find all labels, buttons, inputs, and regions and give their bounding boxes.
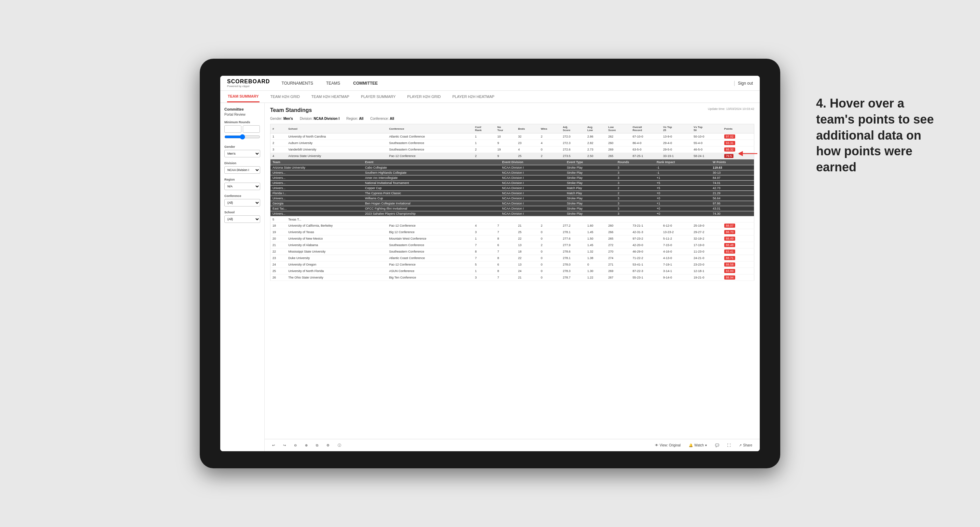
table-row: 18 University of California, Berkeley Pa… xyxy=(270,222,754,229)
undo-button[interactable]: ↩ xyxy=(270,443,277,448)
annotation-text: 4. Hover over a team's points to see add… xyxy=(816,95,946,175)
comment-button[interactable]: 💬 xyxy=(713,443,721,448)
update-time: Update time: 13/03/2024 10:03:42 xyxy=(708,107,754,111)
col-wins: Wins xyxy=(539,124,561,133)
min-rounds-from[interactable] xyxy=(224,125,242,133)
settings-button[interactable]: ⚙ xyxy=(325,443,332,448)
sidebar-panel: Committee Portal Review Minimum Rounds G… xyxy=(220,103,265,451)
sub-navbar: TEAM SUMMARY TEAM H2H GRID TEAM H2H HEAT… xyxy=(220,91,760,103)
col-school: School xyxy=(286,124,387,133)
region-select[interactable]: N/A xyxy=(224,183,260,190)
filter-division-label: Division: xyxy=(300,117,313,121)
app-logo-sub: Powered by clippd xyxy=(227,85,270,88)
filter-conference-value: All xyxy=(390,117,395,121)
popup-header-row: Team Event Event Division Event Type Rou… xyxy=(270,159,754,217)
col-no-tour: NoTour xyxy=(495,124,516,133)
school-section: School (All) xyxy=(224,211,260,223)
filter-region-value: All xyxy=(359,117,363,121)
table-row: 3 Vanderbilt University Southeastern Con… xyxy=(270,146,754,153)
view-label: View: Original xyxy=(660,443,681,447)
col-points: Points xyxy=(722,124,754,133)
col-vs-top50: Vs Top50 xyxy=(692,124,722,133)
subnav-team-summary[interactable]: TEAM SUMMARY xyxy=(227,91,259,102)
table-row: 1 University of North Carolina Atlantic … xyxy=(270,133,754,140)
gender-label: Gender xyxy=(224,145,260,148)
col-overall: OverallRecord xyxy=(630,124,661,133)
table-row: 19 University of Texas Big 12 Conference… xyxy=(270,229,754,235)
division-select[interactable]: NCAA Division I xyxy=(224,166,260,174)
zoom-out-button[interactable]: ⊖ xyxy=(292,443,299,448)
school-select[interactable]: (All) xyxy=(224,215,260,223)
filter-division-value: NCAA Division I xyxy=(313,117,339,121)
region-section: Region N/A xyxy=(224,178,260,190)
col-adj-score: Adj.Score xyxy=(561,124,585,133)
subnav-team-h2h-grid[interactable]: TEAM H2H GRID xyxy=(270,91,301,102)
table-row: 26 The Ohio State University Big Ten Con… xyxy=(270,275,754,281)
col-conference: Conference xyxy=(387,124,473,133)
annotation-container: 4. Hover over a team's points to see add… xyxy=(816,95,946,175)
redo-button[interactable]: ↪ xyxy=(281,443,288,448)
share-icon: ↗ xyxy=(739,443,742,447)
conference-label: Conference xyxy=(224,194,260,198)
nav-tournaments[interactable]: TOURNAMENTS xyxy=(280,81,315,86)
table-row: 2 Auburn University Southeastern Confere… xyxy=(270,140,754,146)
min-rounds-label: Minimum Rounds xyxy=(224,121,260,124)
fullscreen-button[interactable]: ⛶ xyxy=(725,443,733,448)
portal-subtitle: Portal Review xyxy=(224,113,260,116)
sign-out-button[interactable]: Sign out xyxy=(738,81,753,86)
copy-button[interactable]: ⧉ xyxy=(314,443,320,448)
col-low-score: LowScore xyxy=(606,124,630,133)
conference-select[interactable]: (All) xyxy=(224,199,260,206)
col-vs-top25: Vs Top25 xyxy=(661,124,692,133)
table-row: 25 University of North Florida ASUN Conf… xyxy=(270,268,754,275)
school-label: School xyxy=(224,211,260,214)
tablet-screen: SCOREBOARD Powered by clippd TOURNAMENTS… xyxy=(220,76,760,451)
min-rounds-slider[interactable] xyxy=(224,134,260,140)
table-row: 5 Texas T... xyxy=(270,217,754,222)
region-label: Region xyxy=(224,178,260,181)
app-logo: SCOREBOARD xyxy=(227,78,270,85)
watch-dropdown-icon: ▾ xyxy=(705,443,707,447)
subnav-player-h2h-grid[interactable]: PLAYER H2H GRID xyxy=(407,91,442,102)
nav-committee[interactable]: COMMITTEE xyxy=(352,81,379,86)
portal-title: Committee xyxy=(224,107,260,111)
division-label: Division xyxy=(224,162,260,165)
subnav-player-summary[interactable]: PLAYER SUMMARY xyxy=(360,91,396,102)
table-row: 21 University of Alabama Southeastern Co… xyxy=(270,242,754,249)
subnav-team-h2h-heatmap[interactable]: TEAM H2H HEATMAP xyxy=(311,91,350,102)
bottom-toolbar: ↩ ↪ ⊖ ⊕ ⧉ ⚙ ⓘ 👁 View: Original 🔔 Watch xyxy=(265,439,760,451)
standings-table: # School Conference ConfRank NoTour Bnds… xyxy=(270,124,754,281)
standings-title: Team Standings xyxy=(270,107,312,113)
filter-gender-value: Men's xyxy=(283,117,293,121)
table-row-arizona-state: 4 Arizona State University Pac-12 Confer… xyxy=(270,153,754,159)
watch-label: Watch xyxy=(694,443,704,447)
min-rounds-to[interactable] xyxy=(243,125,260,133)
filter-gender-label: Gender: xyxy=(270,117,282,121)
col-rank: # xyxy=(270,124,286,133)
filter-conference-label: Conference: xyxy=(370,117,388,121)
filter-region-label: Region: xyxy=(346,117,358,121)
filter-row: Gender: Men's Division: NCAA Division I … xyxy=(270,117,754,121)
nav-teams[interactable]: TEAMS xyxy=(325,81,342,86)
gender-select[interactable]: Men's Women's xyxy=(224,150,260,157)
logo-area: SCOREBOARD Powered by clippd xyxy=(227,78,270,88)
view-original-button[interactable]: 👁 View: Original xyxy=(653,443,683,448)
gender-section: Gender Men's Women's xyxy=(224,145,260,157)
watch-icon: 🔔 xyxy=(689,443,693,447)
watch-button[interactable]: 🔔 Watch ▾ xyxy=(687,443,709,448)
conference-section: Conference (All) xyxy=(224,194,260,206)
table-row: 23 Duke University Atlantic Coast Confer… xyxy=(270,255,754,262)
col-conf-rank: ConfRank xyxy=(473,124,495,133)
col-bnds: Bnds xyxy=(516,124,539,133)
info-button[interactable]: ⓘ xyxy=(336,442,343,449)
subnav-player-h2h-heatmap[interactable]: PLAYER H2H HEATMAP xyxy=(452,91,495,102)
share-button[interactable]: ↗ Share xyxy=(737,443,754,448)
col-avg-low: AvgLow xyxy=(585,124,606,133)
table-row: 22 Mississippi State University Southeas… xyxy=(270,249,754,255)
table-row: 24 University of Oregon Pac-12 Conferenc… xyxy=(270,262,754,268)
share-label: Share xyxy=(743,443,752,447)
table-row: 20 University of New Mexico Mountain Wes… xyxy=(270,235,754,242)
zoom-in-button[interactable]: ⊕ xyxy=(303,443,310,448)
top-navbar: SCOREBOARD Powered by clippd TOURNAMENTS… xyxy=(220,76,760,91)
min-rounds-section: Minimum Rounds xyxy=(224,121,260,141)
